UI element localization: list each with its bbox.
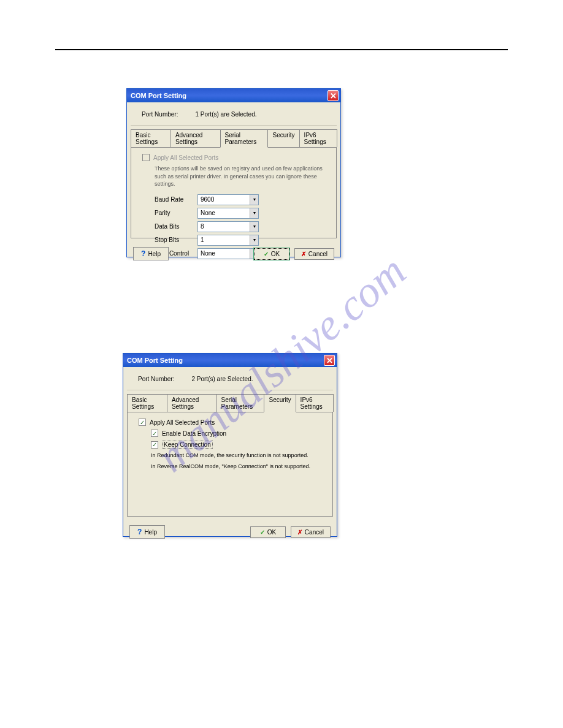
baud-rate-label: Baud Rate [155, 196, 197, 203]
apply-all-checkbox[interactable]: ✓ [139, 419, 146, 426]
serial-info-text: These options will be saved on registry … [155, 165, 325, 188]
ok-button[interactable]: ✓ OK [250, 526, 286, 538]
cancel-label: Cancel [308, 251, 327, 257]
baud-rate-value: 9600 [201, 196, 214, 203]
dialog-title: COM Port Setting [131, 92, 186, 99]
tab-ipv6[interactable]: IPv6 Settings [299, 129, 337, 147]
data-bits-value: 8 [201, 223, 204, 230]
port-number-value: 1 Port(s) are Selected. [195, 111, 256, 118]
tab-basic[interactable]: Basic Settings [127, 394, 167, 412]
apply-all-row: Apply All Selected Ports [142, 154, 325, 161]
apply-all-label: Apply All Selected Ports [153, 154, 218, 161]
titlebar: COM Port Setting ✕ [127, 89, 340, 102]
tab-advanced[interactable]: Advanced Settings [170, 129, 221, 147]
port-number-label: Port Number: [142, 111, 178, 118]
enable-encryption-row[interactable]: ✓ Enable Data Encryption [151, 430, 321, 437]
note-reverse: In Reverse RealCOM mode, "Keep Connectio… [151, 463, 321, 471]
tab-content-security: ✓ Apply All Selected Ports ✓ Enable Data… [127, 412, 333, 517]
keep-connection-label: Keep Connection [162, 441, 213, 449]
baud-rate-row: Baud Rate 9600 ▾ [155, 194, 325, 205]
ok-label: OK [271, 251, 280, 257]
port-number-value: 2 Port(s) are Selected. [191, 376, 253, 382]
note-redundant: In Redundant COM mode, the security func… [151, 452, 321, 460]
com-port-dialog-security: COM Port Setting ✕ Port Number: 2 Port(s… [123, 353, 337, 537]
cancel-button[interactable]: ✗ Cancel [294, 248, 334, 260]
tab-security[interactable]: Security [267, 129, 299, 147]
close-icon: ✕ [326, 356, 333, 365]
chevron-down-icon: ▾ [250, 208, 258, 218]
enable-encryption-checkbox[interactable]: ✓ [151, 430, 158, 437]
data-bits-select[interactable]: 8 ▾ [197, 221, 259, 232]
help-icon: ? [137, 528, 142, 536]
tab-ipv6[interactable]: IPv6 Settings [296, 394, 334, 412]
titlebar: COM Port Setting ✕ [123, 354, 337, 367]
close-button[interactable]: ✕ [327, 90, 339, 101]
data-bits-row: Data Bits 8 ▾ [155, 221, 325, 232]
help-button[interactable]: ? Help [133, 247, 169, 260]
help-icon: ? [141, 249, 145, 258]
tabs: Basic Settings Advanced Settings Serial … [131, 129, 337, 148]
close-button[interactable]: ✕ [324, 355, 335, 366]
x-icon: ✗ [297, 529, 302, 536]
button-bar: ? Help ✓ OK ✗ Cancel [123, 520, 337, 544]
page-rule [55, 49, 508, 50]
apply-all-label: Apply All Selected Ports [150, 419, 215, 426]
flow-control-value: None [201, 250, 215, 257]
close-icon: ✕ [330, 91, 337, 100]
cancel-label: Cancel [305, 529, 324, 536]
help-label: Help [144, 529, 157, 536]
cancel-button[interactable]: ✗ Cancel [291, 526, 331, 538]
parity-value: None [201, 210, 215, 216]
port-number-row: Port Number: 1 Port(s) are Selected. [131, 102, 337, 126]
dialog-title: COM Port Setting [127, 357, 183, 364]
chevron-down-icon: ▾ [250, 222, 258, 232]
com-port-dialog-serial: COM Port Setting ✕ Port Number: 1 Port(s… [126, 88, 341, 257]
tab-serial[interactable]: Serial Parameters [216, 394, 265, 412]
stop-bits-label: Stop Bits [155, 237, 197, 243]
apply-all-checkbox [142, 154, 150, 161]
check-icon: ✓ [264, 251, 269, 257]
parity-select[interactable]: None ▾ [197, 208, 259, 219]
tab-serial[interactable]: Serial Parameters [220, 129, 269, 148]
keep-connection-row[interactable]: ✓ Keep Connection [151, 441, 321, 449]
parity-label: Parity [155, 210, 197, 216]
tabs: Basic Settings Advanced Settings Serial … [127, 394, 333, 412]
ok-label: OK [267, 529, 276, 536]
port-number-label: Port Number: [138, 376, 174, 382]
check-icon: ✓ [260, 529, 265, 536]
help-button[interactable]: ? Help [129, 525, 165, 539]
ok-button[interactable]: ✓ OK [254, 248, 289, 260]
apply-all-row[interactable]: ✓ Apply All Selected Ports [139, 419, 321, 426]
keep-connection-checkbox[interactable]: ✓ [151, 441, 158, 449]
help-label: Help [148, 251, 161, 257]
stop-bits-select[interactable]: 1 ▾ [197, 235, 259, 246]
tab-security[interactable]: Security [264, 394, 296, 412]
enable-encryption-label: Enable Data Encryption [162, 430, 226, 437]
parity-row: Parity None ▾ [155, 208, 325, 219]
flow-control-select[interactable]: None ▾ [197, 248, 259, 259]
tab-advanced[interactable]: Advanced Settings [167, 394, 217, 412]
data-bits-label: Data Bits [155, 223, 197, 230]
chevron-down-icon: ▾ [250, 195, 258, 205]
baud-rate-select[interactable]: 9600 ▾ [197, 194, 259, 205]
chevron-down-icon: ▾ [250, 235, 258, 245]
x-icon: ✗ [301, 251, 306, 257]
port-number-row: Port Number: 2 Port(s) are Selected. [127, 367, 333, 390]
stop-bits-value: 1 [201, 237, 204, 243]
tab-content-serial: Apply All Selected Ports These options w… [131, 148, 337, 238]
tab-basic[interactable]: Basic Settings [131, 129, 171, 147]
